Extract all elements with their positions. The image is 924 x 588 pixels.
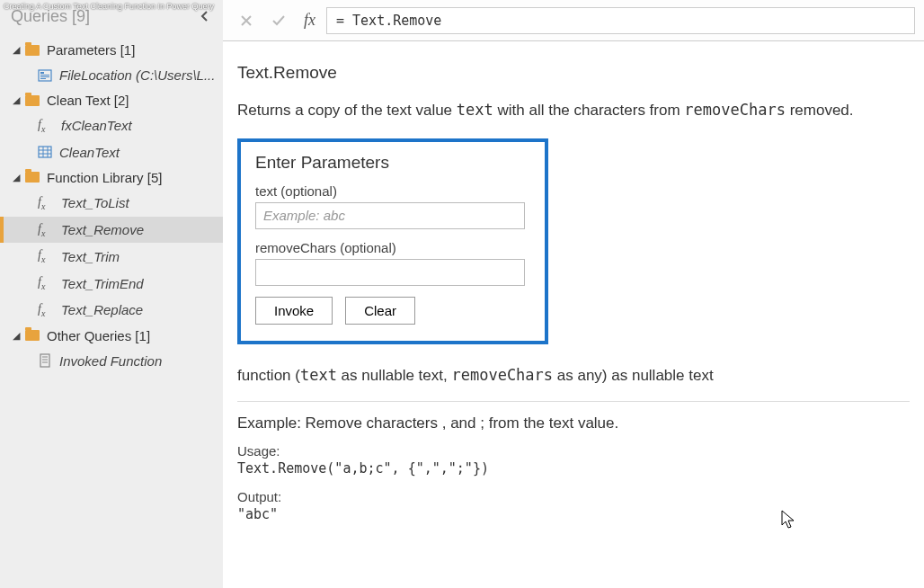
formula-input-wrap[interactable] [326,7,915,34]
main-panel: fx Text.Remove Returns a copy of the tex… [223,0,924,588]
video-caption: Creating A Custom Text Cleaning Function… [4,2,214,11]
svg-rect-5 [39,147,51,157]
query-item-label: Text_ToList [61,195,129,210]
query-item[interactable]: fxText_Remove [0,217,223,244]
group-label: Parameters [1] [47,42,135,58]
fx-icon: fx [297,11,323,30]
desc-code: text [457,101,493,119]
param-label-text: text (optional) [255,183,530,199]
svg-rect-2 [40,75,49,76]
query-item-label: CleanText [59,145,120,160]
folder-icon [25,172,40,183]
example-title: Example: Remove characters , and ; from … [237,414,910,432]
enter-parameters-title: Enter Parameters [255,153,530,173]
formula-bar: fx [223,0,924,41]
sig-text: as nullable text, [337,367,452,384]
query-item[interactable]: fxfxCleanText [0,112,223,139]
function-description: Returns a copy of the text value text wi… [237,99,910,122]
param-input-removechars[interactable] [255,259,525,286]
example-section: Example: Remove characters , and ; from … [237,414,910,522]
clear-button[interactable]: Clear [345,297,415,325]
output-label: Output: [237,489,910,504]
function-signature: function (text as nullable text, removeC… [237,366,910,402]
function-icon: fx [38,195,56,211]
query-item-label: FileLocation (C:\Users\L... [59,67,215,83]
query-item[interactable]: fxText_ToList [0,190,223,217]
sig-text: function ( [237,367,300,384]
desc-text: removed. [786,102,854,119]
query-item-label: Text_Remove [61,222,144,237]
query-item-label: fxCleanText [61,118,132,133]
parameter-icon [38,68,52,83]
commit-formula-icon[interactable] [264,7,293,34]
sig-code: text [300,366,337,384]
query-item[interactable]: fxText_Trim [0,243,223,270]
function-icon: fx [38,302,56,318]
caret-down-icon: ◢ [13,94,23,106]
cancel-formula-icon[interactable] [232,7,261,34]
group-label: Function Library [5] [47,170,162,185]
query-item[interactable]: Invoked Function [0,348,223,374]
desc-text: Returns a copy of the text value [237,102,457,119]
query-item[interactable]: FileLocation (C:\Users\L... [0,62,223,88]
caret-down-icon: ◢ [13,172,23,183]
query-group[interactable]: ◢Other Queries [1] [0,324,223,348]
formula-input[interactable] [334,12,907,30]
usage-code: Text.Remove("a,b;c", {",",";"}) [237,460,910,477]
query-group[interactable]: ◢Parameters [1] [0,38,223,62]
caret-down-icon: ◢ [13,44,23,56]
param-input-text[interactable] [255,202,525,229]
table-icon [38,145,52,159]
svg-rect-4 [40,78,46,79]
function-icon: fx [38,222,56,238]
query-group[interactable]: ◢Clean Text [2] [0,88,223,112]
enter-parameters-panel: Enter Parameters text (optional) removeC… [237,138,548,344]
svg-rect-1 [40,72,44,74]
output-code: "abc" [237,506,910,522]
svg-rect-3 [40,76,49,77]
query-item[interactable]: CleanText [0,139,223,165]
usage-label: Usage: [237,443,910,459]
folder-icon [25,45,40,56]
query-item[interactable]: fxText_TrimEnd [0,270,223,297]
folder-icon [25,330,40,341]
function-icon: fx [38,118,56,134]
group-label: Other Queries [1] [47,328,150,343]
query-item-label: Text_Replace [61,302,143,317]
function-icon: fx [38,248,56,264]
group-label: Clean Text [2] [47,93,129,108]
invoke-button[interactable]: Invoke [255,297,333,325]
desc-code: removeChars [684,101,786,119]
query-item-label: Invoked Function [59,353,162,369]
function-icon: fx [38,275,56,291]
query-item-label: Text_TrimEnd [61,276,144,291]
query-item-label: Text_Trim [61,249,120,264]
function-name: Text.Remove [237,63,910,83]
folder-icon [25,95,40,106]
sig-code: removeChars [451,366,553,384]
query-item[interactable]: fxText_Replace [0,297,223,324]
queries-pane: Queries [9] ◢Parameters [1]FileLocation … [0,0,223,588]
param-label-removechars: removeChars (optional) [255,240,530,255]
caret-down-icon: ◢ [13,330,23,342]
desc-text: with all the characters from [493,102,685,119]
query-group[interactable]: ◢Function Library [5] [0,165,223,190]
script-icon [38,353,52,368]
svg-rect-10 [40,354,49,367]
sig-text: as any) as nullable text [553,367,714,384]
